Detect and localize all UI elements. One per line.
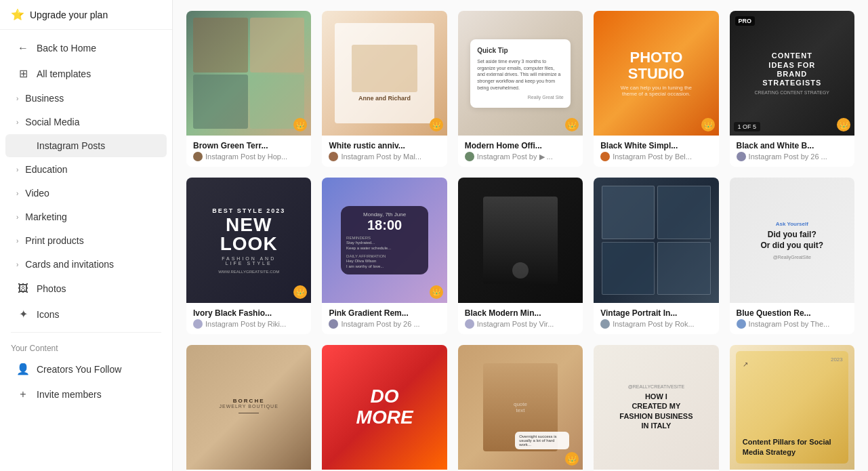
sidebar-item-icons[interactable]: ✦ Icons — [5, 302, 167, 327]
do-more-text: Domore — [356, 386, 413, 428]
dark-photo — [483, 197, 558, 284]
template-name: Ivory Black Fashio... — [193, 308, 304, 318]
template-card[interactable]: Black Modern Min... Instagram Post by Vi… — [458, 178, 583, 333]
template-name: Pink Gradient Rem... — [329, 308, 440, 318]
sidebar-item-photos[interactable]: 🖼 Photos — [5, 277, 167, 301]
brand-strategists-text: CONTENTIDEAS FORBRANDSTRATEGISTS CREATIN… — [749, 46, 835, 100]
template-thumbnail: quotetext Overnight success is usually a… — [458, 345, 583, 470]
thumb-inner: Monday, 7th June 18:00 REMINDERS Stay hy… — [322, 178, 447, 302]
thumb-inner: Ask Yourself Did you fail?Or did you qui… — [730, 178, 854, 302]
back-to-home-label: Back to Home — [37, 43, 96, 54]
fashion-new-look: BEST STYLE 2023 NEWLOOK FASHION ANDLIFE … — [212, 207, 285, 274]
template-card[interactable]: Anne and Richard 👑 White rustic anniv...… — [322, 11, 447, 167]
template-thumbnail: Anne and Richard 👑 — [322, 11, 447, 136]
sidebar-item-all-templates[interactable]: ⊞ All templates — [5, 61, 167, 86]
template-thumbnail: BEST STYLE 2023 NEWLOOK FASHION ANDLIFE … — [186, 178, 311, 302]
print-products-label: Print products — [25, 235, 83, 246]
avatar — [465, 319, 474, 329]
sidebar-item-education[interactable]: › Education — [5, 158, 167, 181]
icons-icon: ✦ — [16, 308, 30, 321]
counter-badge: 1 OF 5 — [734, 122, 761, 131]
template-card[interactable]: Ask Yourself Did you fail?Or did you qui… — [730, 178, 854, 333]
sidebar-item-video[interactable]: › Video — [5, 182, 167, 205]
jewelry-text: BORCHE JEWELRY BOUTIQUE — [214, 392, 284, 423]
template-card[interactable]: Monday, 7th June 18:00 REMINDERS Stay hy… — [322, 178, 447, 333]
template-card[interactable]: 👑 Brown Green Terr... Instagram Post by … — [186, 11, 311, 167]
template-name: Brown Green Terr... — [193, 141, 304, 150]
thumb-inner: CONTENTIDEAS FORBRANDSTRATEGISTS CREATIN… — [730, 11, 854, 136]
template-info: Ivory Black Fashio... Instagram Post by … — [186, 303, 311, 334]
avatar — [465, 152, 474, 161]
thumb-inner: Domore — [322, 345, 447, 470]
avatar — [329, 152, 338, 161]
template-author: Instagram Post by Bel... — [600, 152, 711, 161]
template-card[interactable]: Vintage Portrait In... Instagram Post by… — [594, 178, 718, 333]
education-label: Education — [25, 164, 67, 175]
photos-label: Photos — [37, 283, 66, 294]
content-pillars-text: Content Pillars for Social Media Strateg… — [743, 437, 842, 457]
how-created-text: @REALLYCREATIVESITE HOW ICREATED MYFASHI… — [611, 376, 701, 438]
template-card[interactable]: 2023 ↗ Content Pillars for Social Media … — [730, 345, 854, 471]
instagram-posts-label: Instagram Posts — [37, 140, 105, 151]
sidebar-item-social-media[interactable]: › Social Media — [5, 110, 167, 134]
sidebar-item-business[interactable]: › Business — [5, 87, 167, 110]
your-content-section: Your Content — [0, 338, 172, 356]
template-info: Black White Simpl... Instagram Post by B… — [594, 136, 718, 167]
sidebar-item-cards-invitations[interactable]: › Cards and invitations — [5, 253, 167, 276]
template-info: Black Modern Min... Instagram Post by Vi… — [458, 303, 583, 334]
business-label: Business — [25, 93, 64, 104]
chevron-right-icon-print: › — [16, 237, 18, 245]
sidebar-item-marketing[interactable]: › Marketing — [5, 205, 167, 228]
template-card[interactable]: BORCHE JEWELRY BOUTIQUE — [186, 345, 311, 471]
template-card[interactable]: BEST STYLE 2023 NEWLOOK FASHION ANDLIFE … — [186, 178, 311, 333]
template-author: Instagram Post by Hop... — [193, 152, 304, 161]
template-card[interactable]: PHOTOSTUDIO We can help you in tuning th… — [594, 11, 718, 167]
template-name: Blue Question Re... — [737, 308, 848, 318]
thumb-inner: Quick Tip Set aside time every 3 months … — [458, 11, 583, 136]
main-content: 👑 Brown Green Terr... Instagram Post by … — [173, 0, 868, 471]
template-card[interactable]: CONTENTIDEAS FORBRANDSTRATEGISTS CREATIN… — [730, 11, 854, 167]
template-card[interactable]: @REALLYCREATIVESITE HOW ICREATED MYFASHI… — [594, 345, 718, 471]
thumb-inner — [186, 11, 311, 136]
back-to-home[interactable]: ← Back to Home — [5, 36, 167, 60]
template-card[interactable]: Domore — [322, 345, 447, 471]
upgrade-banner[interactable]: ⭐ Upgrade your plan — [0, 0, 172, 30]
template-info: White rustic anniv... Instagram Post by … — [322, 136, 447, 167]
template-card[interactable]: Quick Tip Set aside time every 3 months … — [458, 11, 583, 167]
chevron-right-icon-cards: › — [16, 261, 18, 268]
quick-tip-card: Quick Tip Set aside time every 3 months … — [470, 39, 571, 108]
template-author: Instagram Post by Vir... — [465, 319, 576, 329]
template-author: Instagram Post by ▶ ... — [465, 152, 576, 161]
chevron-down-icon: › — [16, 119, 18, 126]
all-templates-label: All templates — [37, 68, 91, 79]
sidebar-item-instagram-posts[interactable]: Instagram Posts — [5, 134, 167, 157]
creators-icon: 👤 — [16, 363, 30, 375]
template-info: Vintage Portrait In... Instagram Post by… — [594, 303, 718, 334]
sidebar-item-creators[interactable]: 👤 Creators You Follow — [5, 356, 167, 382]
template-thumbnail: Domore — [322, 345, 447, 470]
content-pillars-card: 2023 ↗ Content Pillars for Social Media … — [736, 351, 848, 464]
template-thumbnail: PHOTOSTUDIO We can help you in tuning th… — [594, 11, 718, 136]
avatar — [737, 152, 746, 161]
sidebar-item-invite[interactable]: + Invite members — [5, 382, 167, 407]
avatar — [329, 319, 338, 329]
template-thumbnail — [594, 178, 718, 302]
template-author: Instagram Post by 26 ... — [329, 319, 440, 329]
template-thumbnail: 👑 — [186, 11, 311, 136]
template-thumbnail: CONTENTIDEAS FORBRANDSTRATEGISTS CREATIN… — [730, 11, 854, 136]
template-author: Instagram Post by Mal... — [329, 152, 440, 161]
template-info: Pink Gradient Rem... Instagram Post by 2… — [322, 303, 447, 334]
arrow-left-icon: ← — [16, 42, 30, 54]
thumb-inner — [458, 178, 583, 302]
sidebar: ⭐ Upgrade your plan ← Back to Home ⊞ All… — [0, 0, 173, 471]
thumb-inner: 2023 ↗ Content Pillars for Social Media … — [730, 345, 854, 470]
grid-icon: ⊞ — [16, 67, 30, 80]
sidebar-item-print-products[interactable]: › Print products — [5, 229, 167, 252]
crown-badge: 👑 — [430, 285, 443, 299]
template-name: Modern Home Offi... — [465, 141, 576, 150]
thumb-inner: @REALLYCREATIVESITE HOW ICREATED MYFASHI… — [594, 345, 718, 470]
template-thumbnail: Ask Yourself Did you fail?Or did you qui… — [730, 178, 854, 302]
photo-studio-text: PHOTOSTUDIO We can help you in tuning th… — [621, 49, 692, 97]
template-card[interactable]: quotetext Overnight success is usually a… — [458, 345, 583, 471]
quick-tip-footer: Really Great Site — [477, 94, 564, 101]
